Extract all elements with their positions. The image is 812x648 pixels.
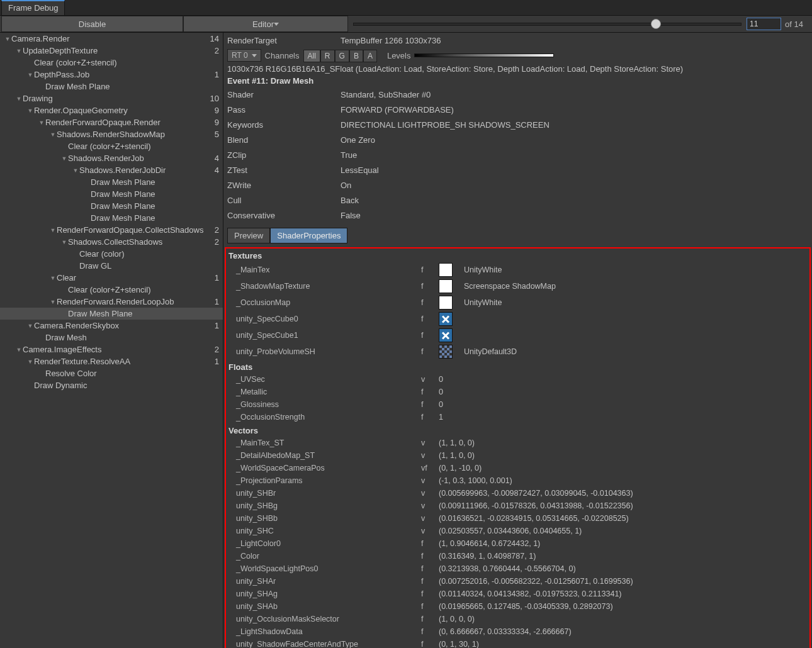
property-row: unity_SHBbv(0.01636521, -0.02834915, 0.0…: [226, 512, 809, 525]
fold-icon[interactable]: ▼: [15, 347, 23, 353]
fold-icon[interactable]: ▼: [60, 155, 68, 162]
swatch-icon: [439, 312, 453, 326]
tree-row[interactable]: Draw GL: [0, 260, 223, 272]
channel-button-g[interactable]: G: [335, 50, 349, 62]
tree-row[interactable]: Clear (color+Z+stencil): [0, 284, 223, 296]
tree-row[interactable]: Draw Mesh Plane: [0, 308, 223, 320]
property-type: f: [421, 331, 439, 340]
tree-row-count: 4: [206, 154, 219, 163]
tree-row-label: Camera.ImageEffects: [23, 345, 206, 354]
tree-row[interactable]: ▼Shadows.RenderJobDir4: [0, 164, 223, 176]
tree-row[interactable]: ▼Camera.RenderSkybox1: [0, 320, 223, 332]
channel-button-b[interactable]: B: [349, 50, 363, 62]
fold-icon[interactable]: ▼: [15, 48, 23, 54]
property-type: v: [421, 375, 439, 384]
property-value: (1, 0.9046614, 0.6724432, 1): [439, 539, 809, 548]
tree-row[interactable]: ▼Shadows.RenderShadowMap5: [0, 128, 223, 140]
event-index-input[interactable]: [747, 18, 781, 30]
tab-frame-debug[interactable]: Frame Debug: [1, 0, 65, 15]
property-row: _DetailAlbedoMap_STv(1, 1, 0, 0): [226, 449, 809, 462]
tree-row-label: Resolve Color: [45, 369, 206, 378]
tree-row[interactable]: Clear (color): [0, 248, 223, 260]
tree-row[interactable]: ▼Clear1: [0, 272, 223, 284]
tree-row[interactable]: Draw Mesh Plane: [0, 212, 223, 224]
tree-row-label: Clear (color): [79, 249, 206, 259]
fold-icon[interactable]: ▼: [26, 359, 34, 365]
texture-swatch[interactable]: [439, 345, 464, 359]
tab-shader-properties[interactable]: ShaderProperties: [270, 228, 347, 243]
texture-swatch[interactable]: [439, 263, 464, 277]
property-value: 1: [439, 413, 809, 422]
channel-button-a[interactable]: A: [363, 50, 377, 62]
detail-value: Standard, SubShader #0: [341, 90, 431, 99]
tree-row[interactable]: ▼Shadows.CollectShadows2: [0, 236, 223, 248]
tree-row[interactable]: Clear (color+Z+stencil): [0, 57, 223, 69]
channel-button-r[interactable]: R: [320, 50, 335, 62]
property-type: f: [421, 400, 439, 409]
texture-swatch[interactable]: [439, 279, 464, 293]
tree-row[interactable]: Draw Mesh Plane: [0, 200, 223, 212]
texture-swatch[interactable]: [439, 312, 464, 326]
tree-row-label: Draw Dynamic: [34, 381, 206, 390]
levels-slider[interactable]: [414, 53, 554, 57]
tree-row[interactable]: ▼Camera.Render14: [0, 33, 223, 45]
tree-row-label: Draw Mesh Plane: [91, 177, 206, 187]
fold-icon[interactable]: ▼: [72, 167, 79, 174]
tree-row-label: Draw Mesh: [45, 333, 206, 342]
property-value: (1, 1, 0, 0): [439, 439, 809, 447]
fold-icon[interactable]: ▼: [26, 72, 34, 78]
property-row: unity_ShadowFadeCenterAndTypef(0, 1, 30,…: [226, 638, 809, 648]
tree-row[interactable]: ▼RenderForwardOpaque.CollectShadows2: [0, 224, 223, 236]
tree-row-label: Shadows.RenderShadowMap: [57, 130, 206, 139]
tree-row[interactable]: Draw Dynamic: [0, 379, 223, 391]
tree-row[interactable]: ▼RenderTexture.ResolveAA1: [0, 355, 223, 367]
tree-row[interactable]: ▼RenderForward.RenderLoopJob1: [0, 296, 223, 308]
tree-row-label: Draw Mesh Plane: [68, 309, 206, 318]
tree-row[interactable]: ▼Shadows.RenderJob4: [0, 152, 223, 164]
property-name: unity_SpecCube0: [236, 315, 421, 323]
fold-icon[interactable]: ▼: [49, 275, 57, 281]
tree-row[interactable]: Draw Mesh Plane: [0, 81, 223, 92]
fold-icon[interactable]: ▼: [38, 120, 45, 126]
property-type: f: [421, 589, 439, 598]
fold-icon[interactable]: ▼: [4, 36, 11, 42]
event-slider[interactable]: [353, 23, 742, 26]
fold-icon[interactable]: ▼: [49, 227, 57, 233]
tree-row[interactable]: ▼Camera.ImageEffects2: [0, 344, 223, 355]
texture-swatch[interactable]: [439, 296, 464, 310]
event-tree[interactable]: ▼Camera.Render14▼UpdateDepthTexture2Clea…: [0, 33, 223, 648]
property-value: (0.005699963, -0.009872427, 0.03099045, …: [439, 489, 809, 498]
tree-row[interactable]: ▼RenderForwardOpaque.Render9: [0, 116, 223, 128]
property-row: _MainTex_STv(1, 1, 0, 0): [226, 437, 809, 449]
disable-button[interactable]: Disable: [1, 16, 183, 32]
property-value: (0.01140324, 0.04134382, -0.01975323, 0.…: [439, 589, 809, 598]
fold-icon[interactable]: ▼: [26, 108, 34, 114]
tree-row[interactable]: Draw Mesh: [0, 332, 223, 344]
tree-row[interactable]: ▼Render.OpaqueGeometry9: [0, 104, 223, 116]
fold-icon[interactable]: ▼: [60, 239, 68, 245]
tree-row-count: 4: [206, 165, 219, 175]
texture-swatch[interactable]: [439, 328, 464, 342]
fold-icon[interactable]: ▼: [49, 299, 57, 305]
swatch-icon: [439, 296, 453, 310]
tree-row[interactable]: Draw Mesh Plane: [0, 188, 223, 200]
tree-row[interactable]: ▼DepthPass.Job1: [0, 69, 223, 81]
tree-row[interactable]: Clear (color+Z+stencil): [0, 140, 223, 152]
detail-key: Shader: [227, 90, 341, 99]
editor-dropdown[interactable]: Editor: [183, 16, 348, 32]
property-type: f: [421, 413, 439, 422]
tree-row[interactable]: Resolve Color: [0, 367, 223, 379]
channel-button-all[interactable]: All: [303, 50, 320, 62]
tree-row[interactable]: ▼UpdateDepthTexture2: [0, 45, 223, 57]
swatch-icon: [439, 345, 453, 359]
property-name: unity_SHAr: [236, 577, 421, 586]
tab-preview[interactable]: Preview: [227, 228, 270, 243]
rt-dropdown[interactable]: RT 0: [227, 49, 261, 62]
chevron-down-icon: [274, 23, 279, 26]
fold-icon[interactable]: ▼: [26, 323, 34, 329]
fold-icon[interactable]: ▼: [15, 96, 23, 102]
tree-row[interactable]: ▼Drawing10: [0, 92, 223, 104]
fold-icon[interactable]: ▼: [49, 131, 57, 138]
tree-row[interactable]: Draw Mesh Plane: [0, 176, 223, 188]
slider-thumb[interactable]: [651, 19, 661, 29]
